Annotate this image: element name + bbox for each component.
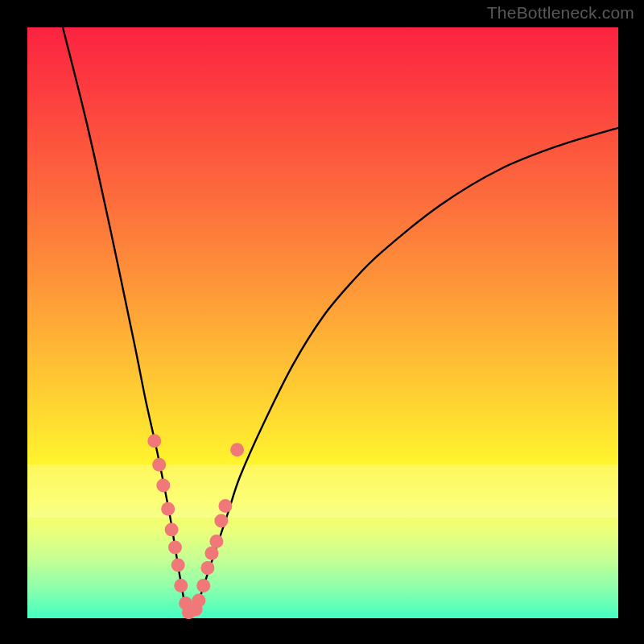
sample-dot bbox=[209, 535, 223, 548]
sample-dots-group bbox=[147, 434, 244, 619]
watermark-text: TheBottleneck.com bbox=[487, 3, 634, 23]
plot-area bbox=[27, 27, 618, 618]
sample-dot bbox=[214, 514, 228, 527]
curve-layer bbox=[27, 27, 618, 618]
sample-dot bbox=[205, 547, 219, 560]
sample-dot bbox=[196, 579, 210, 592]
chart-frame: TheBottleneck.com bbox=[0, 0, 644, 644]
sample-dot bbox=[165, 522, 179, 536]
sample-dot bbox=[200, 561, 214, 575]
sample-dot bbox=[168, 540, 182, 554]
sample-dot bbox=[192, 594, 205, 608]
sample-dot bbox=[218, 499, 232, 513]
sample-dot bbox=[156, 478, 170, 492]
sample-dot bbox=[147, 434, 161, 448]
sample-dot bbox=[174, 579, 188, 592]
sample-dot bbox=[171, 558, 185, 572]
sample-dot bbox=[152, 458, 166, 472]
bottleneck-curve bbox=[63, 27, 618, 615]
sample-dot bbox=[161, 502, 175, 516]
sample-dot bbox=[230, 443, 244, 456]
